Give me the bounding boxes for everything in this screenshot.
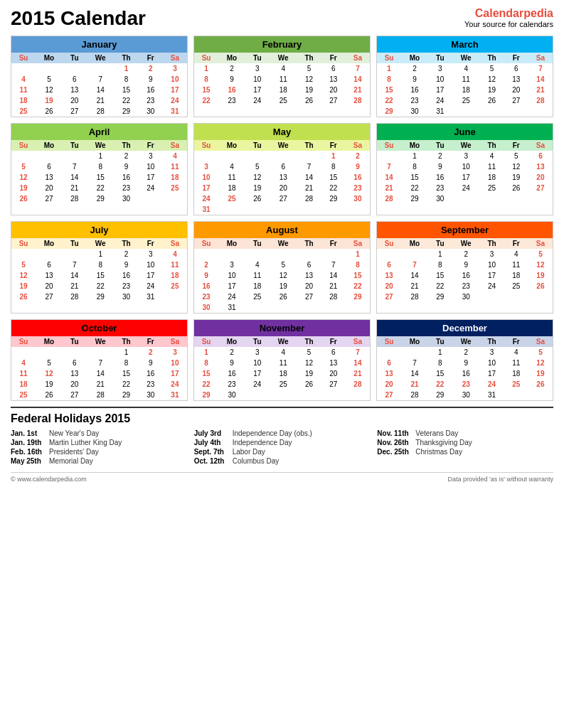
- cal-day: [245, 390, 270, 400]
- cal-day: 18: [218, 183, 245, 193]
- cal-day: 22: [321, 183, 346, 193]
- month-header-jun: June: [377, 124, 553, 140]
- cal-day: 22: [194, 379, 218, 390]
- day-header-sa: Sa: [346, 238, 370, 249]
- cal-day: 5: [36, 358, 63, 368]
- day-header-fr: Fr: [321, 140, 346, 151]
- day-header-tu: Tu: [245, 238, 270, 249]
- month-header-apr: April: [11, 124, 187, 140]
- day-header-fr: Fr: [321, 336, 346, 347]
- cal-day: 30: [218, 390, 245, 400]
- cal-day: 16: [401, 85, 428, 95]
- cal-day: 22: [428, 379, 452, 390]
- day-header-mo: Mo: [36, 238, 63, 249]
- day-header-we: We: [87, 336, 115, 347]
- cal-day: 9: [194, 270, 218, 281]
- cal-day: 12: [11, 172, 36, 183]
- cal-day: 9: [452, 259, 480, 270]
- month-calendar-feb: FebruarySuMoTuWeThFrSa123456789101112131…: [193, 36, 371, 117]
- cal-day: 1: [87, 249, 115, 259]
- day-header-su: Su: [194, 336, 218, 347]
- cal-day: 12: [504, 161, 528, 172]
- cal-day: 4: [504, 347, 528, 358]
- holiday-name: Memorial Day: [49, 457, 93, 465]
- cal-day: [11, 347, 36, 358]
- cal-day: [245, 249, 270, 259]
- cal-day: 5: [270, 259, 297, 270]
- cal-day: 9: [428, 161, 452, 172]
- cal-day: 28: [63, 193, 87, 204]
- day-header-fr: Fr: [321, 238, 346, 249]
- cal-day: 16: [139, 368, 163, 379]
- cal-day: 15: [377, 85, 401, 95]
- day-header-fr: Fr: [504, 238, 528, 249]
- cal-day: 28: [63, 291, 87, 302]
- cal-day: 7: [63, 259, 87, 270]
- cal-day: 28: [528, 95, 553, 106]
- cal-day: 19: [36, 379, 63, 390]
- cal-day: 2: [401, 63, 428, 74]
- day-header-su: Su: [377, 53, 401, 63]
- month-header-jul: July: [11, 222, 187, 238]
- cal-day: 15: [428, 270, 452, 281]
- cal-day: 13: [297, 270, 321, 281]
- cal-day: [163, 193, 187, 204]
- cal-day: 11: [270, 74, 297, 85]
- cal-day: [504, 291, 528, 302]
- cal-day: 25: [218, 193, 245, 204]
- cal-day: [194, 249, 218, 259]
- cal-day: 20: [377, 379, 401, 390]
- holiday-item: May 25thMemorial Day: [11, 457, 187, 465]
- cal-day: 29: [115, 106, 139, 117]
- cal-day: 14: [87, 368, 115, 379]
- cal-day: [194, 151, 218, 161]
- cal-day: 18: [480, 172, 504, 183]
- cal-day: 6: [528, 151, 553, 161]
- cal-day: [11, 151, 36, 161]
- cal-day: 11: [504, 358, 528, 368]
- cal-table-jan: SuMoTuWeThFrSa12345678910111213141516171…: [11, 53, 187, 117]
- cal-table-nov: SuMoTuWeThFrSa12345678910111213141516171…: [194, 336, 370, 400]
- cal-day: 8: [115, 74, 139, 85]
- cal-day: 21: [87, 95, 115, 106]
- cal-day: 22: [428, 281, 452, 291]
- cal-day: [504, 106, 528, 117]
- month-calendar-nov: NovemberSuMoTuWeThFrSa123456789101112131…: [193, 319, 371, 401]
- cal-day: 3: [163, 347, 187, 358]
- cal-day: 6: [36, 161, 63, 172]
- cal-day: 11: [245, 270, 270, 281]
- cal-day: 23: [401, 95, 428, 106]
- cal-day: 17: [163, 85, 187, 95]
- cal-day: 4: [270, 63, 297, 74]
- cal-day: 5: [297, 63, 321, 74]
- cal-day: 27: [504, 95, 528, 106]
- cal-table-aug: SuMoTuWeThFrSa12345678910111213141516171…: [194, 238, 370, 313]
- holiday-date: Dec. 25th: [377, 448, 411, 456]
- cal-day: 10: [163, 358, 187, 368]
- holiday-name: Veterans Day: [415, 429, 458, 437]
- calendars-grid: JanuarySuMoTuWeThFrSa1234567891011121314…: [11, 36, 553, 401]
- cal-day: 3: [139, 249, 163, 259]
- cal-day: 4: [11, 358, 36, 368]
- cal-day: 10: [163, 74, 187, 85]
- brand-name-black: Calendar: [475, 7, 523, 19]
- day-header-su: Su: [377, 140, 401, 151]
- cal-day: 30: [452, 390, 480, 400]
- cal-day: [87, 347, 115, 358]
- month-header-sep: September: [377, 222, 553, 238]
- day-header-we: We: [87, 53, 115, 63]
- brand-name-red: pedia: [523, 7, 553, 19]
- day-header-sa: Sa: [346, 140, 370, 151]
- cal-day: 23: [428, 183, 452, 193]
- cal-day: 27: [528, 183, 553, 193]
- cal-day: 27: [297, 291, 321, 302]
- holiday-name: Independence Day (obs.): [233, 429, 312, 437]
- holiday-item: Dec. 25thChristmas Day: [377, 448, 553, 456]
- cal-day: 27: [377, 291, 401, 302]
- cal-day: 25: [163, 281, 187, 291]
- cal-day: 25: [452, 95, 480, 106]
- cal-day: 2: [452, 347, 480, 358]
- cal-day: 25: [504, 379, 528, 390]
- cal-day: 29: [401, 193, 428, 204]
- cal-day: 27: [63, 390, 87, 400]
